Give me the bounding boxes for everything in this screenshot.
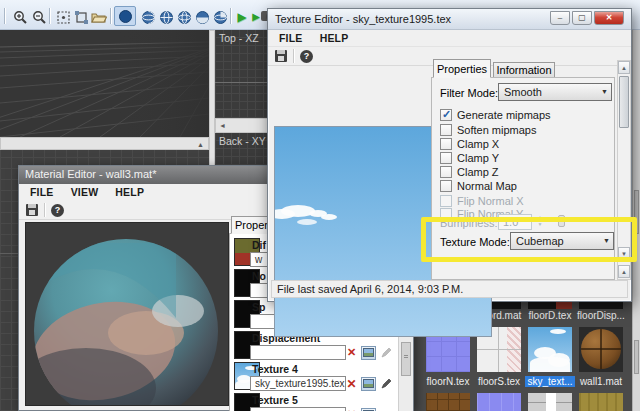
right-panel-scrollbar[interactable] (632, 30, 640, 411)
tab-label: Properties (437, 63, 487, 75)
status-text: File last saved April 6, 2014, 9:03 P.M. (277, 283, 463, 295)
tab-information[interactable]: Information (493, 62, 555, 78)
texture4-field[interactable]: sky_texture1995.tex (250, 376, 346, 391)
checkbox-soften-mipmaps[interactable]: Soften mipmaps (440, 123, 536, 137)
sphere-view-icon-3[interactable] (176, 9, 192, 25)
zoom-in-icon[interactable] (12, 9, 28, 25)
menu-view[interactable]: VIEW (64, 184, 106, 200)
folder-icon[interactable] (91, 9, 107, 25)
toolbar-separator (230, 8, 231, 24)
texture-thumb-partial[interactable] (477, 393, 521, 411)
checkbox-generate-mipmaps[interactable]: Generate mipmaps (440, 108, 551, 122)
section-label-texture5: Texture 5 (252, 394, 298, 406)
bumpiness-label: Bumpiness: (440, 217, 497, 229)
scrollbar-thumb[interactable] (619, 76, 629, 128)
perspective-grid (0, 30, 209, 137)
texture-editor-dialog: Texture Editor - sky_texture1995.tex – ▢… (267, 8, 632, 302)
filter-mode-dropdown[interactable]: Smooth (498, 83, 612, 101)
remove-icon[interactable]: ✕ (344, 345, 359, 360)
toolbar-separator (293, 49, 294, 63)
sphere-view-icon-2[interactable] (158, 9, 174, 25)
toolbar-separator (4, 8, 5, 24)
texture-thumb-wall1[interactable] (579, 327, 623, 372)
texture-thumb-partial[interactable] (528, 393, 572, 411)
tab-label: Information (496, 64, 551, 76)
menu-file[interactable]: FILE (23, 184, 61, 200)
window-title: Material Editor - wall3.mat* (25, 168, 156, 180)
resize-icon[interactable] (73, 9, 89, 25)
toolbar-separator (110, 8, 111, 24)
edit-icon[interactable] (379, 376, 394, 391)
checkbox-flip-normal-x[interactable]: Flip Normal X (440, 194, 524, 208)
select-region-icon[interactable] (55, 9, 71, 25)
filter-mode-label: Filter Mode: (440, 87, 498, 99)
checkbox-clamp-y[interactable]: Clamp Y (440, 151, 499, 165)
checkbox-box[interactable] (440, 195, 452, 207)
texture-item-label[interactable]: floorN.tex (423, 376, 473, 387)
texture-editor-titlebar[interactable]: Texture Editor - sky_texture1995.tex – ▢… (268, 9, 631, 30)
browse-image-icon[interactable] (361, 376, 376, 391)
checkbox-box[interactable] (440, 180, 452, 192)
texture-editor-statusbar: File last saved April 6, 2014, 9:03 P.M. (271, 280, 628, 298)
properties-scrollbar[interactable]: ▲ ▼ ▲ (617, 60, 631, 280)
toolbar-separator (44, 203, 45, 217)
application-window: ▶ ▶ Top - XZ ◄ Ba (0, 0, 640, 411)
scrollbar-thumb[interactable] (634, 190, 639, 234)
texture-item-label[interactable]: wall1.mat (576, 376, 626, 387)
cloud-graphic (274, 209, 295, 219)
scroll-up-icon[interactable]: ▲ (197, 141, 204, 148)
material-sphere (26, 223, 228, 405)
bumpiness-spinner[interactable]: ▲▼ (535, 214, 545, 230)
dropdown-value: Cubemap (516, 235, 564, 247)
save-icon[interactable] (26, 204, 38, 216)
checkbox-clamp-z[interactable]: Clamp Z (440, 165, 499, 179)
texture-item-label-selected[interactable]: sky_text... (525, 376, 575, 387)
texture-item-label[interactable]: floorS.tex (474, 376, 524, 387)
browse-image-icon[interactable] (361, 407, 376, 411)
scroll-left-icon[interactable]: ◄ (219, 122, 226, 129)
remove-icon[interactable]: ✕ (344, 376, 359, 391)
checkbox-normal-map[interactable]: Normal Map (440, 179, 517, 193)
scrollbar-thumb[interactable] (634, 340, 639, 374)
maximize-button[interactable]: ▢ (572, 11, 592, 25)
viewport-splitter-horizontal[interactable]: ▲ (0, 137, 209, 150)
perspective-viewport[interactable] (0, 30, 209, 137)
checkbox-box[interactable] (440, 109, 452, 121)
displacement-field[interactable] (250, 345, 346, 360)
browse-image-icon[interactable] (361, 345, 376, 360)
help-icon[interactable] (300, 50, 313, 63)
checkbox-box[interactable] (440, 166, 452, 178)
texture5-field[interactable] (250, 407, 346, 411)
texture-item-label[interactable]: floorDisp... (576, 310, 626, 321)
zoom-out-icon[interactable] (31, 9, 47, 25)
save-icon[interactable] (275, 50, 287, 62)
checkbox-box[interactable] (440, 138, 452, 150)
checkbox-box[interactable] (440, 124, 452, 136)
remove-icon[interactable]: ✕ (344, 407, 359, 411)
help-icon[interactable] (51, 204, 64, 217)
texture-mode-dropdown[interactable]: Cubemap (510, 232, 614, 250)
texture-item-label[interactable]: floorD.tex (525, 310, 575, 321)
sphere-view-icon-1[interactable] (140, 9, 156, 25)
texture-thumb-sky-selected[interactable] (528, 327, 572, 372)
bumpiness-input[interactable]: 1.0 (498, 214, 532, 230)
bumpiness-slider-handle[interactable] (558, 215, 565, 227)
minimize-button[interactable]: – (550, 11, 570, 25)
scrollbar-thumb[interactable] (401, 342, 411, 376)
texture-thumb-partial[interactable] (579, 393, 623, 411)
menu-help[interactable]: HELP (108, 184, 151, 200)
checkbox-clamp-x[interactable]: Clamp X (440, 137, 499, 151)
close-button[interactable]: ✕ (594, 11, 624, 25)
checkbox-box[interactable] (440, 152, 452, 164)
sphere-view-solid-icon[interactable] (114, 6, 136, 26)
material-preview[interactable] (25, 222, 229, 406)
sphere-view-icon-5[interactable] (212, 9, 228, 25)
texture-thumb-partial[interactable] (426, 393, 470, 411)
toolbar-separator (49, 8, 50, 24)
tab-properties[interactable]: Properties (433, 59, 491, 78)
edit-icon[interactable] (379, 345, 394, 360)
dropdown-value: Smooth (504, 86, 542, 98)
menu-help[interactable]: HELP (313, 30, 356, 46)
sphere-view-icon-4[interactable] (194, 9, 210, 25)
menu-file[interactable]: FILE (272, 30, 310, 46)
